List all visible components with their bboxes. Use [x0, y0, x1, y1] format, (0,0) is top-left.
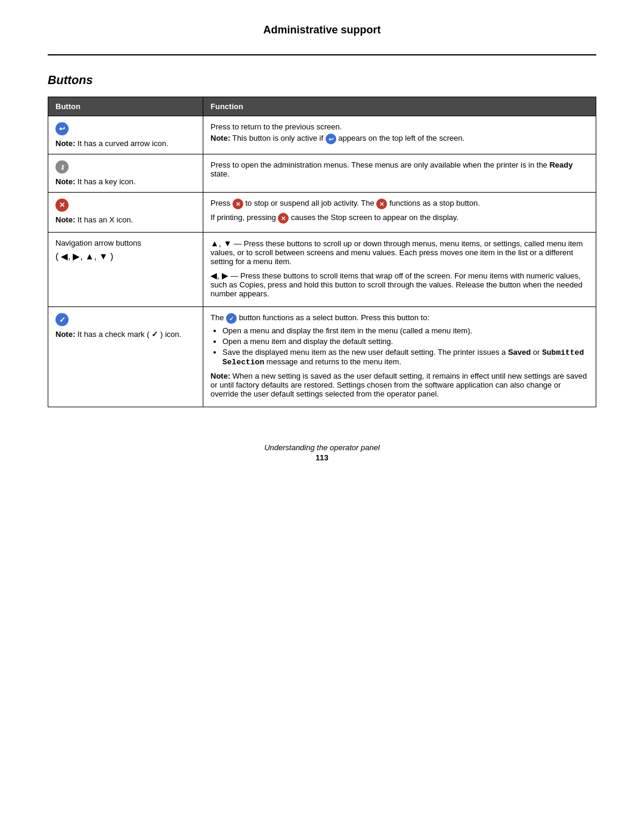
back-function-note: Note: This button is only active if ↩ ap… [210, 134, 589, 144]
function-cell-nav: ▲, ▼ — Press these buttons to scroll up … [203, 233, 596, 307]
stop-function-line2: If printing, pressing ✕ causes the Stop … [210, 213, 589, 224]
check-function-intro: The ✓ button functions as a select butto… [210, 313, 589, 324]
footer-text: Understanding the operator panel [264, 443, 380, 452]
stop-inline-icon3: ✕ [278, 213, 289, 224]
key-note-label: Note: [55, 177, 75, 186]
col-button: Button [48, 97, 203, 116]
check-note-label: Note: [55, 330, 75, 339]
stop-note-label: Note: [55, 215, 75, 224]
list-item: Open a menu and display the first item i… [222, 326, 589, 335]
check-function-bullets: Open a menu and display the first item i… [222, 326, 589, 367]
stop-function-line1: Press ✕ to stop or suspend all job activ… [210, 199, 589, 209]
page-footer: Understanding the operator panel 113 [48, 443, 596, 462]
button-cell-key: ⚷ Note: It has a key icon. [48, 154, 203, 193]
list-item: Open a menu item and display the default… [222, 337, 589, 346]
key-icon: ⚷ [55, 160, 69, 174]
check-inline-icon: ✓ [226, 313, 237, 324]
key-function-main: Press to open the administration menus. … [210, 160, 589, 178]
function-cell-key: Press to open the administration menus. … [203, 154, 596, 193]
key-note-text: It has a key icon. [78, 177, 136, 186]
button-cell-check: ✓ Note: It has a check mark ( ✓ ) icon. [48, 307, 203, 407]
button-cell-back: ↩ Note: It has a curved arrow icon. [48, 116, 203, 154]
function-cell-back: Press to return to the previous screen. … [203, 116, 596, 154]
check-function-note: Note: When a new setting is saved as the… [210, 371, 589, 398]
col-function: Function [203, 97, 596, 116]
function-cell-check: The ✓ button functions as a select butto… [203, 307, 596, 407]
page-number: 113 [48, 453, 596, 462]
stop-inline-icon1: ✕ [233, 199, 243, 209]
table-row: ✕ Note: It has an X icon. Press ✕ to sto… [48, 193, 596, 233]
back-arrow-icon: ↩ [55, 122, 69, 135]
header-rule [48, 54, 596, 55]
check-icon: ✓ [55, 313, 69, 326]
table-row: ✓ Note: It has a check mark ( ✓ ) icon. … [48, 307, 596, 407]
back-note-label: Note: [55, 139, 75, 148]
nav-arrows-label: Navigation arrow buttons [55, 239, 196, 247]
page-header: Administrative support [48, 24, 596, 36]
nav-function-para2: ◀, ▶ — Press these buttons to scroll ite… [210, 271, 589, 298]
table-row: ↩ Note: It has a curved arrow icon. Pres… [48, 116, 596, 154]
check-note-text: It has a check mark ( ✓ ) icon. [78, 330, 181, 339]
stop-note-text: It has an X icon. [78, 215, 133, 224]
back-function-main: Press to return to the previous screen. [210, 122, 589, 131]
back-note-text: It has a curved arrow icon. [78, 139, 168, 148]
button-cell-nav: Navigation arrow buttons ( ◀, ▶, ▲, ▼ ) [48, 233, 203, 307]
back-inline-icon: ↩ [326, 134, 336, 144]
stop-inline-icon2: ✕ [376, 199, 387, 209]
table-row: Navigation arrow buttons ( ◀, ▶, ▲, ▼ ) … [48, 233, 596, 307]
nav-function-para1: ▲, ▼ — Press these buttons to scroll up … [210, 239, 589, 266]
stop-icon: ✕ [55, 199, 69, 212]
button-cell-stop: ✕ Note: It has an X icon. [48, 193, 203, 233]
nav-arrows-symbols: ( ◀, ▶, ▲, ▼ ) [55, 251, 196, 262]
function-cell-stop: Press ✕ to stop or suspend all job activ… [203, 193, 596, 233]
buttons-table: Button Function ↩ Note: It has a curved … [48, 97, 596, 407]
list-item: Save the displayed menu item as the new … [222, 348, 589, 367]
table-row: ⚷ Note: It has a key icon. Press to open… [48, 154, 596, 193]
section-title: Buttons [48, 73, 596, 87]
page-title: Administrative support [48, 24, 596, 36]
